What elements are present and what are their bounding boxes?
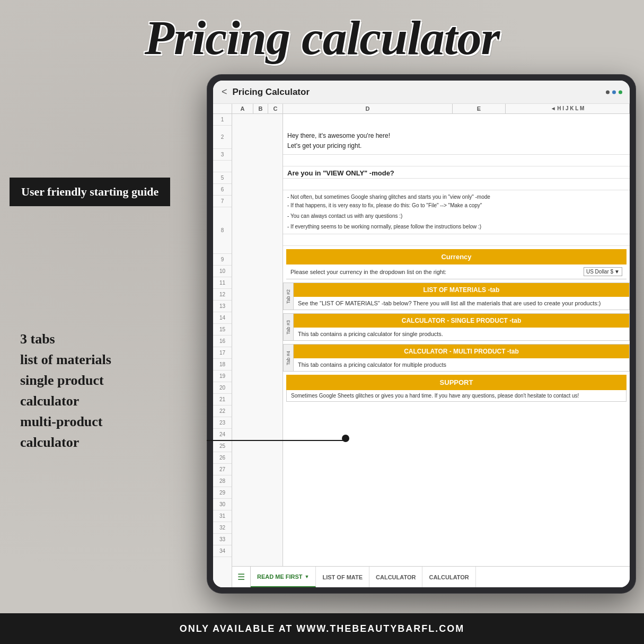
spreadsheet-area: A B C D E ◄ H I J K L M 1 2 3 (213, 104, 630, 587)
col-header-b: B (253, 104, 268, 113)
row-6: 6 (213, 184, 232, 196)
tab4-side-label: Tab #4 (283, 344, 294, 372)
tab4-section: Tab #4 CALCULATOR - MULTI PRODUCT -tab T… (283, 344, 630, 372)
cols-abc (232, 114, 283, 587)
col-header-e: E (453, 104, 506, 113)
device-outer: < Pricing Calculator A B C D E (207, 74, 636, 594)
row-24: 24 (213, 429, 232, 440)
row-11: 11 (213, 277, 232, 289)
row-1: 1 (213, 114, 232, 126)
support-section: SUPPORT Sometimes Google Sheets glitches… (286, 375, 627, 402)
device-screen: < Pricing Calculator A B C D E (213, 81, 630, 587)
currency-section: Currency Please select your currency in … (286, 249, 627, 279)
row-34: 34 (213, 545, 232, 557)
currency-header: Currency (286, 249, 627, 264)
tab-dropdown-icon: ▼ (305, 574, 310, 579)
support-header: SUPPORT (286, 375, 627, 390)
row-num-header (213, 104, 232, 113)
dot-green (619, 90, 622, 94)
column-headers: A B C D E ◄ H I J K L M (213, 104, 630, 114)
row-14: 14 (213, 312, 232, 324)
row-3: 3 (213, 149, 232, 161)
spreadsheet-title: Pricing Calculator (233, 87, 310, 98)
welcome-text-line2: Let's get your pricing right. (287, 141, 625, 151)
view-only-question: Are you in "VIEW ONLY" -mode? (287, 169, 625, 177)
tab-calculator-multi[interactable]: CALCULATOR (422, 567, 475, 587)
row-10: 10 (213, 266, 232, 277)
row-26: 26 (213, 452, 232, 464)
col-header-a: A (232, 104, 253, 113)
row-30: 30 (213, 499, 232, 510)
main-title: Pricing calculator (0, 10, 644, 66)
welcome-section: Hey there, it's awesome you're here! Let… (283, 114, 630, 155)
pointer-dot (342, 435, 349, 442)
tablet-device: < Pricing Calculator A B C D E (207, 74, 636, 594)
tab-calculator-single[interactable]: CALCULATOR (369, 567, 422, 587)
tab-read-me-first[interactable]: READ ME FIRST ▼ (251, 567, 316, 587)
feature-tabs: 3 tabs (20, 329, 111, 349)
tab-menu-icon[interactable]: ☰ (232, 567, 251, 587)
row-33: 33 (213, 534, 232, 545)
row-22: 22 (213, 405, 232, 417)
tab2-title: LIST OF MATERIALS -tab (294, 283, 629, 297)
row-15: 15 (213, 324, 232, 336)
row-2: 2 (213, 126, 232, 149)
tab-list-materials[interactable]: LIST OF MATE (316, 567, 369, 587)
row-29: 29 (213, 487, 232, 499)
currency-prompt: Please select your currency in the dropd… (290, 269, 579, 275)
row-23: 23 (213, 417, 232, 429)
pointer-line (207, 440, 345, 441)
tab-calc-multi-label: CALCULATOR (429, 574, 469, 580)
bottom-bar-text: ONLY AVAILABLE AT WWW.THEBEAUTYBARFL.COM (180, 623, 465, 634)
feature-calculator1: calculator (20, 391, 111, 411)
tab3-desc: This tab contains a pricing calculator f… (294, 328, 629, 340)
currency-dropdown[interactable]: US Dollar $ ▼ (584, 267, 622, 276)
spacer-row-3 (283, 155, 630, 166)
tab-list-label: LIST OF MATE (322, 574, 363, 580)
row-27: 27 (213, 464, 232, 475)
tab-calc-single-label: CALCULATOR (376, 574, 416, 580)
spacer-6 (283, 179, 630, 190)
row-21: 21 (213, 394, 232, 405)
tab2-content: LIST OF MATERIALS -tab See the "LIST OF … (294, 283, 630, 310)
currency-row: Please select your currency in the dropd… (286, 264, 627, 279)
feature-multi: multi-product (20, 411, 111, 432)
dot-gray (606, 90, 610, 94)
tab4-desc: This tab contains a pricing calculator f… (294, 358, 629, 371)
col-header-rest: ◄ H I J K L M (506, 104, 630, 113)
row-7: 7 (213, 196, 232, 207)
device-camera-dots (606, 90, 622, 94)
view-only-section: Are you in "VIEW ONLY" -mode? (283, 166, 630, 179)
tab4-title: CALCULATOR - MULTI PRODUCT -tab (294, 345, 629, 358)
feature-materials: list of materials (20, 349, 111, 370)
row-16: 16 (213, 336, 232, 347)
view-only-note4: - If everything seems to be working norm… (287, 223, 625, 231)
user-guide-label: User friendly starting guide (10, 178, 170, 206)
tab3-section: Tab #3 CALCULATOR - SINGLE PRODUCT -tab … (283, 313, 630, 341)
tab3-content: CALCULATOR - SINGLE PRODUCT -tab This ta… (294, 313, 630, 341)
tab2-desc: See the "LIST OF MATERIALS" -tab below? … (294, 297, 629, 310)
row-12: 12 (213, 289, 232, 301)
row-5: 5 (213, 172, 232, 184)
device-topbar: < Pricing Calculator (213, 81, 630, 104)
currency-value: US Dollar $ (586, 269, 613, 275)
row-32: 32 (213, 522, 232, 534)
tab3-side-label: Tab #3 (283, 313, 294, 341)
features-list: 3 tabs list of materials single product … (20, 329, 111, 453)
back-arrow-icon[interactable]: < (222, 86, 227, 98)
row-18: 18 (213, 359, 232, 370)
tab2-section: Tab #2 LIST OF MATERIALS -tab See the "L… (283, 283, 630, 310)
dropdown-chevron-icon: ▼ (614, 269, 620, 275)
row-20: 20 (213, 382, 232, 394)
col-header-d: D (283, 104, 453, 113)
feature-calculator2: calculator (20, 432, 111, 453)
view-only-note3: - You can always contact us with any que… (287, 212, 625, 220)
spreadsheet-main-content: Hey there, it's awesome you're here! Let… (232, 114, 630, 587)
row-28: 28 (213, 475, 232, 487)
row-9: 9 (213, 254, 232, 266)
row-25: 25 (213, 440, 232, 452)
row-19: 19 (213, 370, 232, 382)
col-header-c: C (268, 104, 283, 113)
row1-spacer (287, 119, 625, 131)
support-desc: Sometimes Google Sheets glitches or give… (286, 390, 627, 402)
